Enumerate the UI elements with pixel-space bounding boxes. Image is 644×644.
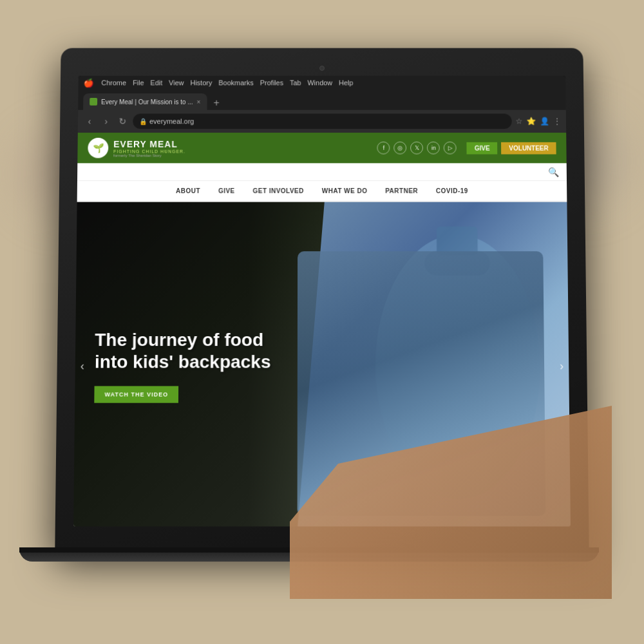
header-buttons: GIVE VOLUNTEER bbox=[467, 142, 556, 154]
menu-chrome[interactable]: Chrome bbox=[101, 79, 126, 87]
twitter-icon[interactable]: 𝕏 bbox=[410, 142, 423, 155]
browser-right-icons: ☆ ⭐ 👤 ⋮ bbox=[516, 117, 562, 126]
apple-icon: 🍎 bbox=[84, 78, 94, 88]
laptop-scene: 🍎 Chrome File Edit View History Bookmark… bbox=[32, 45, 612, 599]
lock-icon: 🔒 bbox=[139, 118, 147, 125]
menu-profiles[interactable]: Profiles bbox=[260, 79, 283, 87]
nav-what-we-do[interactable]: WHAT WE DO bbox=[322, 187, 368, 194]
give-button[interactable]: GIVE bbox=[467, 142, 498, 154]
logo-name: EVERY MEAL bbox=[113, 138, 185, 149]
nav-about[interactable]: ABOUT bbox=[176, 187, 200, 194]
mac-menubar: 🍎 Chrome File Edit View History Bookmark… bbox=[79, 76, 566, 90]
menu-edit[interactable]: Edit bbox=[150, 79, 162, 87]
instagram-icon[interactable]: ◎ bbox=[394, 142, 407, 155]
site-header: 🌱 EVERY MEAL FIGHTING CHILD HUNGER. form… bbox=[77, 133, 566, 163]
url-text: everymeal.org bbox=[149, 117, 194, 125]
menu-history[interactable]: History bbox=[190, 79, 212, 87]
nav-partner[interactable]: PARTNER bbox=[385, 187, 418, 194]
browser-chrome: Every Meal | Our Mission is to ... × + ‹… bbox=[78, 90, 566, 133]
logo-text: EVERY MEAL FIGHTING CHILD HUNGER. former… bbox=[113, 138, 185, 157]
menu-help[interactable]: Help bbox=[339, 79, 353, 87]
hero-title: The journey of food into kids' backpacks bbox=[95, 329, 301, 372]
profile-icon[interactable]: 👤 bbox=[540, 117, 549, 126]
menu-view[interactable]: View bbox=[169, 79, 184, 87]
tab-close-button[interactable]: × bbox=[196, 98, 200, 105]
menu-file[interactable]: File bbox=[133, 79, 144, 87]
volunteer-button[interactable]: VOLUNTEER bbox=[501, 142, 556, 154]
hero-prev-button[interactable]: ‹ bbox=[80, 359, 84, 373]
tab-title: Every Meal | Our Mission is to ... bbox=[101, 98, 193, 105]
nav-covid19[interactable]: COVID-19 bbox=[436, 187, 468, 194]
facebook-icon[interactable]: f bbox=[377, 142, 390, 155]
menu-window[interactable]: Window bbox=[307, 79, 332, 87]
nav-get-involved[interactable]: GET INVOLVED bbox=[253, 187, 304, 194]
new-tab-button[interactable]: + bbox=[209, 96, 223, 110]
reload-button[interactable]: ↻ bbox=[116, 116, 129, 126]
site-logo: 🌱 EVERY MEAL FIGHTING CHILD HUNGER. form… bbox=[88, 138, 185, 158]
logo-icon: 🌱 bbox=[88, 138, 108, 158]
search-icon[interactable]: 🔍 bbox=[548, 167, 559, 177]
nav-give[interactable]: GIVE bbox=[218, 187, 235, 194]
laptop-camera bbox=[319, 66, 325, 71]
menu-tab[interactable]: Tab bbox=[290, 79, 301, 87]
extension-icon[interactable]: ⭐ bbox=[526, 117, 536, 126]
hero-content: The journey of food into kids' backpacks… bbox=[75, 316, 321, 415]
tab-favicon bbox=[90, 98, 97, 106]
site-nav: ABOUT GIVE GET INVOLVED WHAT WE DO PARTN… bbox=[77, 181, 567, 202]
hero-next-button[interactable]: › bbox=[560, 359, 564, 373]
address-field[interactable]: 🔒 everymeal.org bbox=[133, 114, 512, 129]
mac-menu-items: Chrome File Edit View History Bookmarks … bbox=[101, 79, 353, 87]
social-icons-group: f ◎ 𝕏 in ▷ GIVE VOLUNTEER bbox=[377, 142, 556, 155]
menu-dots-icon[interactable]: ⋮ bbox=[553, 117, 561, 126]
logo-sub: formerly The Sheridan Story bbox=[113, 153, 185, 157]
logo-tagline: FIGHTING CHILD HUNGER. bbox=[113, 149, 185, 153]
browser-tabs: Every Meal | Our Mission is to ... × + bbox=[78, 90, 566, 109]
search-row: 🔍 bbox=[77, 163, 567, 181]
active-tab[interactable]: Every Meal | Our Mission is to ... × bbox=[83, 93, 207, 110]
forward-button[interactable]: › bbox=[100, 116, 113, 126]
linkedin-icon[interactable]: in bbox=[427, 142, 440, 155]
watch-video-button[interactable]: WATCH THE VIDEO bbox=[94, 386, 178, 402]
back-button[interactable]: ‹ bbox=[83, 116, 96, 126]
bookmark-icon[interactable]: ☆ bbox=[516, 117, 523, 126]
address-bar: ‹ › ↻ 🔒 everymeal.org ☆ ⭐ 👤 ⋮ bbox=[78, 110, 566, 133]
menu-bookmarks[interactable]: Bookmarks bbox=[218, 79, 254, 87]
vimeo-icon[interactable]: ▷ bbox=[444, 142, 457, 155]
